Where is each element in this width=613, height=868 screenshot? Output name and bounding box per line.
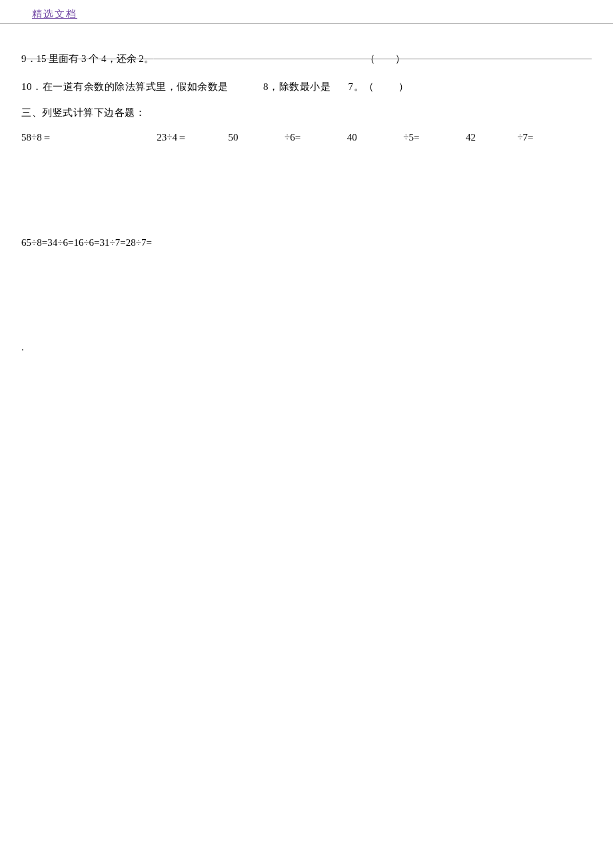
question-10-val2: 7。（ [348,79,374,95]
equation-row-1: 58÷8＝ 23÷4＝ 50 ÷6= 40 ÷5= 42 ÷7= [21,131,592,144]
section-3-title: 三、列竖式计算下边各题： [21,107,592,119]
question-9-text: 9．15 里面有 3 个 4，还余 2。 [21,51,154,67]
eq-div6: ÷6= [285,132,301,143]
question-9-paren: （ ） [365,51,405,67]
question-10-prefix: 10．在一道有余数的除法算式里，假如余数是 [21,79,229,95]
question-9-line: 9．15 里面有 3 个 4，还余 2。 （ ） [21,51,592,67]
eq-div7: ÷7= [517,132,533,143]
question-10-val1: 8，除数最小是 [263,79,330,95]
eq-58-8: 58÷8＝ [21,131,52,144]
equation-row-2: 65÷8=34÷6=16÷6=31÷7=28÷7= [21,237,592,248]
page-header-title: 精选文档 [32,9,77,19]
eq-div5: ÷5= [403,132,419,143]
question-10-close: ） [398,79,409,95]
question-10-line: 10．在一道有余数的除法算式里，假如余数是 8，除数最小是 7。（ ） [21,79,592,95]
eq-42: 42 [466,132,476,143]
eq-40: 40 [347,132,357,143]
eq-50: 50 [228,132,238,143]
footer-dot: . [21,342,592,353]
eq-23-4: 23÷4＝ [157,131,187,144]
